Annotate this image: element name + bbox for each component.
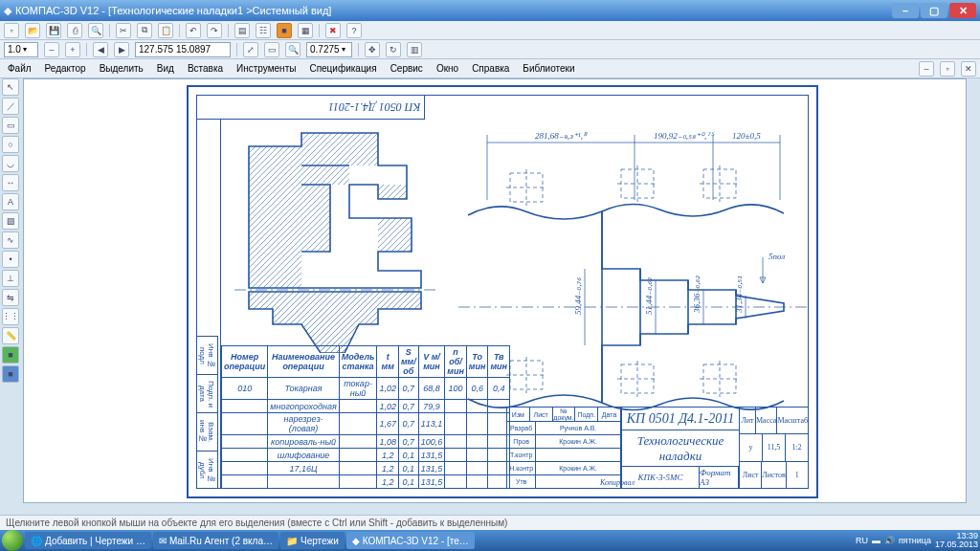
window-title: КОМПАС-3D V12 - [Технологические наладки…	[15, 5, 331, 16]
help-icon[interactable]: ?	[346, 23, 362, 38]
svg-text:51,44₋₀,₆₂: 51,44₋₀,₆₂	[644, 277, 654, 316]
menu-select[interactable]: Выделить	[96, 63, 147, 74]
task-item-0[interactable]: 🌐Добавить | Чертежи …	[25, 532, 151, 549]
nav-right-icon[interactable]: ▶	[114, 42, 129, 57]
windows-taskbar: 🌐Добавить | Чертежи … ✉Mail.Ru Агент (2 …	[0, 530, 980, 551]
menu-edit[interactable]: Редактор	[41, 63, 90, 74]
zwin-icon[interactable]: ▭	[264, 42, 279, 57]
svg-text:31,34₋₀,₅₁: 31,34₋₀,₅₁	[734, 276, 744, 315]
tray-day: пятница	[899, 537, 931, 545]
zoom-plus-icon[interactable]: +	[65, 42, 80, 57]
mdi-close-icon[interactable]: ✕	[961, 61, 976, 77]
title-block: ИзмЛист№ докум.Подп.Дата РазрабРучнов А.…	[506, 407, 809, 489]
zfit-icon[interactable]: ⤢	[243, 42, 258, 57]
doc-code: КП 0501 Д4.1-2011	[622, 408, 739, 430]
copied-label: Копировал	[600, 478, 635, 487]
blue-icon[interactable]: ■	[2, 365, 19, 383]
menu-tools[interactable]: Инструменты	[233, 63, 300, 74]
open-icon[interactable]: 📂	[25, 23, 40, 38]
grid-icon[interactable]: ▦	[298, 23, 313, 38]
paste-icon[interactable]: 📋	[158, 23, 173, 38]
arc-icon[interactable]: ◡	[2, 155, 19, 172]
start-button[interactable]	[2, 530, 23, 551]
new-icon[interactable]: ▫	[4, 23, 19, 38]
toolbar-file: ▫ 📂 💾 ⎙ 🔍 ✂ ⧉ 📋 ↶ ↷ ▤ ☷ ■ ▦ ✖ ?	[0, 21, 980, 40]
array-icon[interactable]: ⋮⋮	[2, 308, 19, 325]
drawing-sheet: КП 0501 Д4.1-2011 Инв № подлПодп. и дата…	[187, 85, 818, 498]
stop-icon[interactable]: ✖	[325, 23, 341, 38]
window-maximize-button[interactable]: ▢	[921, 3, 947, 18]
window-minimize-button[interactable]: –	[892, 3, 919, 18]
menu-service[interactable]: Сервис	[387, 63, 427, 74]
rect-icon[interactable]: ▭	[2, 117, 19, 134]
menu-spec[interactable]: Спецификация	[305, 63, 380, 74]
line-icon[interactable]: ／	[2, 98, 19, 115]
nav-left-icon[interactable]: ◀	[93, 42, 108, 57]
zoomin-icon[interactable]: 🔍	[285, 42, 301, 57]
pan-icon[interactable]: ✥	[365, 42, 380, 57]
window-titlebar: ◆КОМПАС-3D V12 - [Технологические наладк…	[0, 0, 980, 21]
svg-text:5пол: 5пол	[768, 252, 785, 261]
undo-icon[interactable]: ↶	[186, 23, 201, 38]
circle-icon[interactable]: ○	[2, 136, 19, 153]
trim-icon[interactable]: ⊥	[2, 270, 19, 287]
window-close-button[interactable]: ✕	[949, 3, 976, 18]
drawing-canvas[interactable]: КП 0501 Д4.1-2011 Инв № подлПодп. и дата…	[23, 78, 967, 503]
left-stamp-boxes: Инв № подлПодп. и датаВзам. инв №Инв № д…	[196, 336, 221, 489]
measure-icon[interactable]: 📏	[2, 327, 19, 344]
scale-field[interactable]: 1.0	[4, 42, 38, 57]
copy-icon[interactable]: ⧉	[137, 23, 152, 38]
tray-date: 17.05.2013	[935, 540, 978, 549]
text-icon[interactable]: A	[2, 193, 19, 210]
left-toolstrip: ↖ ／ ▭ ○ ◡ ↔ A ▨ ∿ • ⊥ ⇋ ⋮⋮ 📏 ■ ■	[2, 78, 21, 383]
top-doc-strip: КП 0501 Д4.1-2011	[196, 95, 425, 120]
mirror-icon[interactable]: ⇋	[2, 289, 19, 306]
task-item-1[interactable]: ✉Mail.Ru Агент (2 вкла…	[153, 532, 278, 549]
props-icon[interactable]: ☷	[256, 23, 271, 38]
menu-window[interactable]: Окно	[433, 63, 462, 74]
pointer-icon[interactable]: ↖	[2, 78, 19, 96]
system-tray[interactable]: RU ▬ 🔊 пятница 13:39 17.05.2013	[856, 532, 978, 549]
mdi-min-icon[interactable]: –	[919, 61, 934, 77]
status-text: Щелкните левой кнопкой мыши на объекте д…	[6, 518, 507, 528]
redraw-icon[interactable]: ↻	[386, 42, 401, 57]
menu-help[interactable]: Справка	[468, 63, 513, 74]
task-item-2[interactable]: 📁Чертежи	[280, 532, 345, 549]
svg-text:36,36₋₀,₆₂: 36,36₋₀,₆₂	[692, 276, 702, 315]
preview-icon[interactable]: 🔍	[88, 23, 103, 38]
svg-text:190,92₋₀,₅₈⁺⁰,⁷⁵: 190,92₋₀,₅₈⁺⁰,⁷⁵	[654, 131, 715, 141]
svg-text:281,68₋₉,₃⁺¹,⁸: 281,68₋₉,₃⁺¹,⁸	[535, 131, 588, 141]
green-icon[interactable]: ■	[2, 346, 19, 364]
menu-view[interactable]: Вид	[153, 63, 178, 74]
views-icon[interactable]: ▥	[407, 42, 422, 57]
svg-text:59,44₋₀,₇₆: 59,44₋₀,₇₆	[573, 277, 583, 316]
shaft-view: 281,68₋₉,₃⁺¹,⁸ 190,92₋₀,₅₈⁺⁰,⁷⁵ 120±0,5	[458, 116, 809, 414]
toolbar-view: 1.0 – + ◀ ▶ 127.575 15.0897 ⤢ ▭ 🔍 0.7275…	[0, 40, 980, 59]
main-menubar: Файл Редактор Выделить Вид Вставка Инстр…	[0, 59, 980, 78]
mdi-max-icon[interactable]: ▫	[940, 61, 955, 77]
tray-flag-icon[interactable]: ▬	[872, 536, 880, 545]
task-item-3[interactable]: ◆КОМПАС-3D V12 - [те…	[346, 532, 475, 549]
menu-libs[interactable]: Библиотеки	[519, 63, 578, 74]
dim-icon[interactable]: ↔	[2, 174, 19, 191]
orange-icon[interactable]: ■	[277, 23, 292, 38]
tray-vol-icon[interactable]: 🔊	[884, 536, 895, 545]
menu-file[interactable]: Файл	[4, 63, 35, 74]
cut-icon[interactable]: ✂	[116, 23, 131, 38]
coords-field[interactable]: 127.575 15.0897	[135, 42, 231, 57]
operations-table: Номер операцииНаименование операцииМодел…	[221, 345, 510, 489]
menu-insert[interactable]: Вставка	[184, 63, 227, 74]
save-icon[interactable]: 💾	[46, 23, 61, 38]
section-view	[234, 127, 435, 353]
point-icon[interactable]: •	[2, 251, 19, 268]
print-icon[interactable]: ⎙	[67, 23, 82, 38]
spline-icon[interactable]: ∿	[2, 231, 19, 249]
doc-title: Технологические наладки	[622, 430, 739, 467]
hatch-icon[interactable]: ▨	[2, 212, 19, 230]
format-label: Формат A3	[700, 467, 739, 488]
layers-icon[interactable]: ▤	[234, 23, 250, 38]
redo-icon[interactable]: ↷	[207, 23, 222, 38]
tray-lang-icon[interactable]: RU	[856, 536, 868, 545]
zoom-minus-icon[interactable]: –	[44, 42, 59, 57]
zoom-field[interactable]: 0.7275	[306, 42, 352, 57]
